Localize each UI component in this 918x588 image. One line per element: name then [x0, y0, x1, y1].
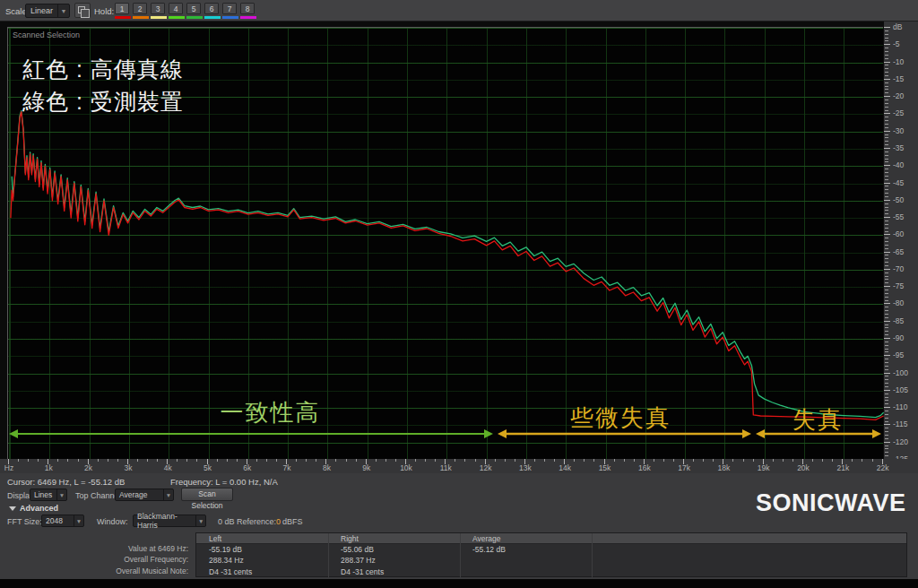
table-cell: -55.12 dB	[472, 545, 506, 554]
column-header-average: Average	[472, 534, 501, 543]
reference-value: 0	[276, 517, 281, 526]
y-axis-tick-label: -20	[893, 91, 904, 100]
hold-color-bar	[169, 16, 185, 19]
table-cell: D4 -31 cents	[209, 567, 252, 576]
y-axis-tick-label: -100	[893, 368, 908, 377]
x-axis-tick-label: 22k	[877, 463, 889, 472]
window-select[interactable]: Blackmann-Harris ▼	[133, 514, 206, 527]
hold-color-bar	[240, 16, 256, 19]
chevron-down-icon: ▼	[195, 515, 205, 526]
copy-icon	[78, 6, 85, 13]
y-axis-tick-label: -65	[893, 247, 904, 256]
spectrum-plot[interactable]: Scanned Selection 紅色 : 高傳真線 綠色 : 受測裝置 一致…	[7, 27, 883, 459]
hold-color-bar	[151, 16, 167, 19]
x-axis-tick-label: 14k	[559, 463, 571, 472]
x-axis-tick-label: 18k	[718, 463, 731, 472]
hold-button-6[interactable]: 6	[204, 3, 219, 14]
y-axis-tick-label: -105	[893, 385, 908, 394]
annotation-consistent: 一致性高	[165, 397, 376, 428]
chevron-down-icon: ▼	[74, 515, 83, 526]
y-axis-tick-label: -75	[893, 281, 904, 290]
legend-red-line: 紅色 : 高傳真線	[22, 53, 184, 85]
x-axis-tick-label: 3k	[124, 463, 132, 472]
cursor-status-row: Cursor: 6469 Hz, L = -55.12 dB Frequency…	[0, 475, 918, 489]
hold-button-5[interactable]: 5	[186, 3, 201, 14]
results-table: Left Right Average -55.19 dB -55.06 dB -…	[195, 532, 907, 577]
hold-color-bar	[186, 16, 203, 19]
top-channel-select[interactable]: Average ▼	[115, 489, 174, 501]
table-row-label: Overall Frequency:	[124, 555, 188, 564]
x-axis-tick-label: 5k	[204, 463, 212, 472]
hold-color-bar	[115, 16, 131, 19]
legend-green-line: 綠色 : 受測裝置	[22, 85, 184, 117]
y-axis-tick-label: -45	[893, 178, 904, 187]
y-axis-tick-label: -15	[893, 74, 904, 83]
x-axis-tick-label: 12k	[480, 463, 492, 472]
hold-button-2[interactable]: 2	[133, 3, 147, 14]
x-axis-tick-label: 1k	[45, 463, 53, 472]
x-axis-tick-label: 9k	[362, 463, 370, 472]
x-axis-tick-label: 13k	[519, 463, 532, 472]
green-curve	[12, 111, 883, 418]
x-axis-tick-label: 6k	[243, 463, 251, 472]
advanced-toggle[interactable]: Advanced	[20, 504, 58, 513]
hold-color-bar	[133, 16, 149, 19]
x-axis-tick-label: 4k	[164, 463, 172, 472]
x-axis-tick-label: 2k	[84, 463, 92, 472]
cursor-readout: Cursor: 6469 Hz, L = -55.12 dB	[7, 477, 125, 487]
x-axis-tick-label: 7k	[283, 463, 291, 472]
y-axis-tick-label: -50	[893, 195, 904, 204]
arrow-head-right-icon	[742, 429, 751, 438]
table-cell: -55.06 dB	[341, 545, 374, 554]
chevron-down-icon: ▼	[163, 489, 173, 500]
display-select[interactable]: Lines ▼	[30, 489, 67, 501]
y-axis-tick-label: -5	[893, 39, 900, 48]
x-axis-tick-label: 15k	[599, 463, 611, 472]
y-axis-tick-label: -120	[893, 437, 908, 446]
y-axis-tick-label: -80	[893, 298, 904, 307]
y-axis-tick-label: -30	[893, 126, 904, 135]
table-cell: 288.34 Hz	[209, 556, 244, 565]
column-divider	[460, 533, 461, 577]
y-axis-tick-label: -70	[893, 264, 904, 273]
fft-size-select[interactable]: 2048 ▼	[41, 514, 84, 527]
sonicwave-watermark: SONICWAVE	[756, 489, 906, 517]
x-axis-tick-label: 19k	[758, 463, 770, 472]
x-axis-tick-label: 21k	[836, 463, 849, 472]
chevron-down-icon: ▼	[56, 489, 66, 500]
collapse-triangle-icon[interactable]	[9, 506, 16, 511]
fft-size-value: 2048	[46, 516, 63, 525]
y-axis-major-ticks	[884, 27, 890, 460]
frequency-analysis-panel: Scale: Linear ▼ Hold: 12345678	[0, 0, 918, 588]
column-header-right: Right	[341, 534, 359, 543]
column-divider	[592, 533, 593, 577]
column-header-left: Left	[209, 534, 221, 543]
top-channel-value: Average	[119, 490, 148, 499]
hold-button-4[interactable]: 4	[169, 3, 183, 14]
curve-legend: 紅色 : 高傳真線 綠色 : 受測裝置	[22, 53, 184, 117]
copy-to-clipboard-button[interactable]	[74, 3, 91, 18]
x-axis: Hz1k2k3k4k5k6k7k8k9k10k11k12k13k14k15k16…	[0, 459, 918, 473]
hold-color-bar	[204, 16, 221, 19]
table-row-label: Value at 6469 Hz:	[128, 544, 188, 553]
scale-select[interactable]: Linear ▼	[25, 4, 70, 18]
x-axis-tick-label: 8k	[323, 463, 331, 472]
y-axis-tick-label: -110	[893, 402, 907, 411]
column-divider	[328, 533, 329, 577]
hold-button-8[interactable]: 8	[240, 3, 255, 14]
table-row-label: Overall Musical Note:	[116, 566, 188, 575]
hold-button-1[interactable]: 1	[115, 3, 129, 14]
hold-button-3[interactable]: 3	[151, 3, 165, 14]
y-axis-tick-label: -10	[893, 57, 904, 66]
annotation-distortion: 失真	[759, 404, 876, 436]
y-axis-tick-label: -115	[893, 419, 907, 428]
hold-color-bar	[222, 16, 238, 19]
y-axis-tick-label: -85	[893, 316, 904, 325]
x-axis-tick-label: Hz	[4, 463, 13, 472]
hold-button-7[interactable]: 7	[222, 3, 237, 14]
y-axis-tick-label: -35	[893, 143, 904, 152]
arrow-head-left-icon	[9, 429, 18, 438]
chevron-down-icon: ▼	[57, 4, 69, 17]
scan-selection-button[interactable]: Scan Selection	[181, 488, 233, 501]
window-label: Window:	[97, 517, 128, 526]
